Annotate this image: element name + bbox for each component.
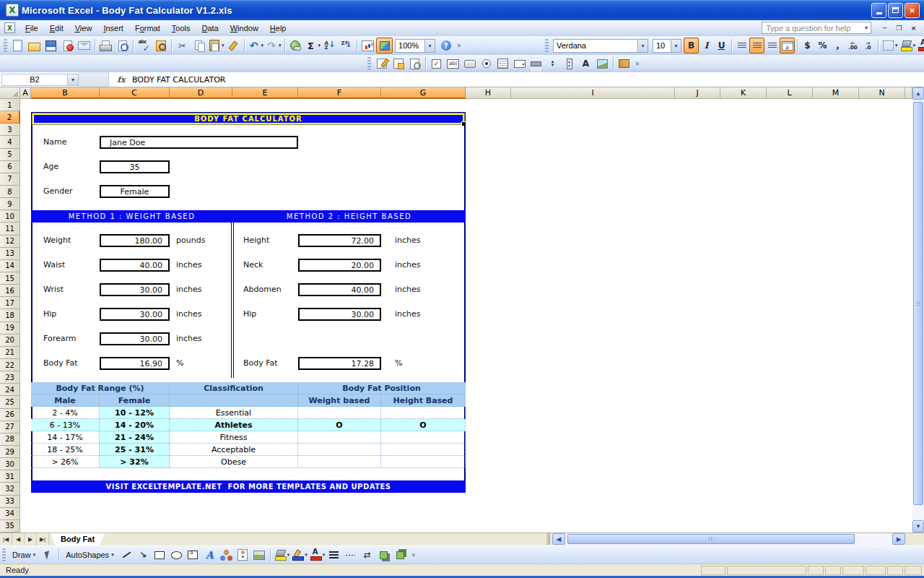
field-input-m1-waist[interactable]: 40.00 [100, 259, 170, 272]
copy-button[interactable] [191, 38, 207, 53]
row-header-28[interactable]: 28 [0, 434, 20, 446]
scroll-down-button[interactable]: ▼ [912, 520, 924, 532]
spin-button-button[interactable] [544, 56, 561, 72]
formula-text[interactable]: BODY FAT CALCULATOR [129, 75, 225, 85]
column-header-C[interactable]: C [100, 87, 170, 99]
vertical-scrollbar[interactable]: ▲ ▼ [912, 87, 924, 532]
column-header-B[interactable]: B [31, 87, 100, 99]
row-header-33[interactable]: 33 [0, 496, 20, 508]
menu-edit[interactable]: Edit [44, 22, 69, 35]
increase-decimal-button[interactable] [845, 38, 860, 53]
align-right-button[interactable] [764, 38, 780, 53]
image-control-button[interactable] [594, 56, 611, 72]
draw-menu-button[interactable]: Draw▾ [8, 548, 40, 563]
rectangle-button[interactable] [152, 547, 168, 563]
view-code-button[interactable] [406, 56, 423, 72]
row-header-27[interactable]: 27 [0, 421, 20, 434]
arrow-button[interactable] [135, 547, 152, 563]
row-header-8[interactable]: 8 [0, 186, 20, 198]
toolbar-grip[interactable] [4, 39, 7, 52]
footer-banner[interactable]: VISIT EXCELTEMPLATE.NET FOR MORE TEMPLAT… [31, 480, 466, 493]
field-input-gender[interactable]: Female [100, 185, 170, 198]
row-header-21[interactable]: 21 [0, 347, 20, 359]
calculator-title-banner[interactable]: BODY FAT CALCULATOR [32, 113, 464, 124]
toolbar-options-icon[interactable]: » [629, 59, 645, 69]
row-header-24[interactable]: 24 [0, 384, 20, 396]
menu-help[interactable]: Help [264, 22, 292, 35]
research-button[interactable] [152, 38, 169, 53]
spelling-button[interactable] [136, 38, 152, 53]
underline-button[interactable]: U [714, 38, 729, 53]
menu-tools[interactable]: Tools [166, 22, 196, 35]
line-style-button[interactable] [326, 547, 342, 563]
field-input-m1-weight[interactable]: 180.00 [100, 234, 170, 247]
option-button-button[interactable] [478, 56, 494, 72]
fill-color-button[interactable]: ▾ [899, 38, 917, 53]
list-box-button[interactable] [494, 56, 511, 72]
sort-ascending-button[interactable] [321, 38, 338, 53]
insert-function-icon[interactable]: fx [113, 75, 129, 85]
row-header-19[interactable]: 19 [0, 322, 20, 335]
print-button[interactable] [97, 38, 114, 53]
bold-button[interactable]: B [684, 38, 699, 53]
column-header-L[interactable]: L [767, 87, 813, 99]
arrow-style-button[interactable] [359, 547, 375, 563]
menu-format[interactable]: Format [129, 22, 166, 35]
menu-insert[interactable]: Insert [97, 22, 129, 35]
new-document-button[interactable] [9, 38, 26, 53]
field-input-m2-height[interactable]: 72.00 [298, 234, 381, 247]
dash-style-button[interactable] [342, 547, 359, 563]
column-header-D[interactable]: D [170, 87, 232, 99]
field-input-m1-wrist[interactable]: 30.00 [100, 283, 170, 296]
row-header-1[interactable]: 1 [0, 99, 20, 111]
picture-button[interactable] [251, 547, 268, 563]
paste-button[interactable]: ▾ [207, 38, 225, 53]
column-header-G[interactable]: G [381, 87, 466, 99]
label-control-button[interactable] [578, 56, 594, 72]
check-box-button[interactable] [428, 56, 445, 72]
row-header-14[interactable]: 14 [0, 260, 20, 272]
field-input-m2-hip[interactable]: 30.00 [298, 308, 381, 321]
decrease-decimal-button[interactable] [860, 38, 876, 53]
next-sheet-button[interactable]: ▶ [25, 533, 37, 545]
drawing-button[interactable] [376, 38, 393, 53]
tab-split-handle[interactable] [546, 533, 550, 545]
save-button[interactable] [43, 38, 59, 53]
row-header-29[interactable]: 29 [0, 446, 20, 458]
zoom-combo[interactable]: 100%▾ [395, 39, 435, 53]
font-color-button[interactable]: ▾ [308, 547, 326, 563]
autoshapes-menu-button[interactable]: AutoShapes▾ [61, 548, 118, 563]
row-header-13[interactable]: 13 [0, 248, 20, 260]
toolbar-options-icon[interactable]: » [406, 551, 422, 560]
menu-file[interactable]: File [19, 22, 44, 35]
print-preview-button[interactable] [114, 38, 131, 53]
row-header-3[interactable]: 3 [0, 124, 20, 136]
select-objects-button[interactable] [40, 547, 56, 563]
command-button-button[interactable] [461, 56, 478, 72]
field-input-name[interactable]: Jane Doe [100, 136, 298, 149]
diagram-button[interactable] [218, 547, 235, 563]
font-size-combo[interactable]: 10▾ [653, 39, 681, 53]
currency-button[interactable]: $ [800, 38, 815, 53]
sheet-tab-body-fat[interactable]: Body Fat [51, 533, 105, 545]
toggle-button-button[interactable] [528, 56, 544, 72]
name-box[interactable]: B2 [1, 74, 68, 86]
horizontal-scroll-thumb[interactable] [567, 534, 855, 544]
close-button[interactable]: × [905, 3, 920, 18]
email-button[interactable] [76, 38, 92, 53]
wordart-button[interactable] [201, 547, 218, 563]
comma-style-button[interactable]: , [830, 38, 845, 53]
scroll-up-button[interactable]: ▲ [912, 87, 924, 100]
font-color-button[interactable]: ▾ [916, 38, 924, 53]
row-header-16[interactable]: 16 [0, 285, 20, 297]
row-header-7[interactable]: 7 [0, 173, 20, 186]
italic-button[interactable]: I [699, 38, 714, 53]
shadow-style-button[interactable] [375, 547, 392, 563]
properties-button[interactable] [390, 56, 406, 72]
combo-box-button[interactable] [511, 56, 528, 72]
row-header-31[interactable]: 31 [0, 470, 20, 483]
minimize-button[interactable] [871, 3, 886, 18]
select-all-corner[interactable] [0, 87, 20, 99]
design-mode-button[interactable] [373, 56, 390, 72]
sheet-area[interactable]: BODY FAT CALCULATOR NameJane DoeAge35Gen… [20, 99, 912, 532]
